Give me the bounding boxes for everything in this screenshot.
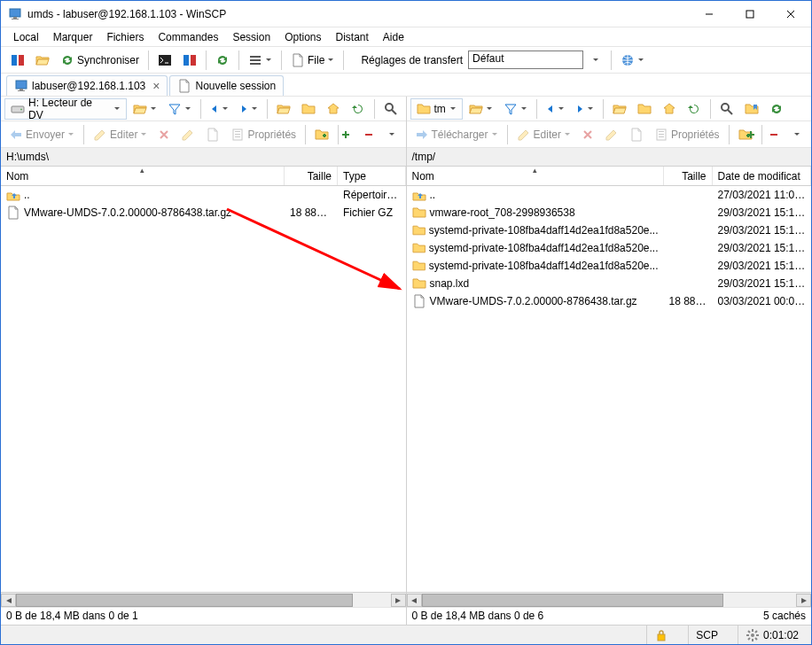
remote-open-folder[interactable] <box>465 98 497 120</box>
col-size[interactable]: Taille <box>664 167 713 185</box>
local-columns: ▴Nom Taille Type <box>1 167 406 186</box>
local-unselectall[interactable] <box>358 124 379 145</box>
menu-session[interactable]: Session <box>225 29 277 45</box>
close-button[interactable] <box>770 1 811 27</box>
menu-commandes[interactable]: Commandes <box>151 29 225 45</box>
file-date: 29/03/2021 15:10:5 <box>713 260 812 272</box>
console-button[interactable] <box>153 50 176 71</box>
remote-forward[interactable] <box>571 98 598 120</box>
col-date[interactable]: Date de modificat <box>713 167 812 185</box>
remote-root[interactable] <box>633 98 656 120</box>
session-tab-close[interactable]: × <box>152 80 160 92</box>
settings-button[interactable] <box>616 50 649 71</box>
remote-refresh[interactable] <box>683 98 706 120</box>
remote-dir-selector[interactable]: tm <box>410 98 463 120</box>
file-row[interactable]: systemd-private-108fba4daff14d2ea1fd8a52… <box>407 257 812 275</box>
file-row[interactable]: VMware-UMDS-7.0.2.00000-8786438.tar.gz18… <box>1 204 406 221</box>
remote-back[interactable] <box>542 98 569 120</box>
file-size: 18 881 KB <box>664 295 713 307</box>
file-row[interactable]: VMware-UMDS-7.0.2.00000-8786438.tar.gz18… <box>407 292 812 310</box>
local-refresh[interactable] <box>347 98 370 120</box>
transfer-settings-label: Réglages de transfert <box>361 54 463 66</box>
remote-home[interactable] <box>658 98 681 120</box>
remote-unselectall[interactable] <box>763 124 785 145</box>
file-name: systemd-private-108fba4daff14d2ea1fd8a52… <box>429 224 659 237</box>
menu-options[interactable]: Options <box>277 29 328 45</box>
minimize-button[interactable] <box>689 1 730 27</box>
download-button[interactable]: Télécharger <box>410 124 503 145</box>
remote-rename-button[interactable] <box>600 124 623 145</box>
session-tab-new[interactable]: Nouvelle session <box>169 75 284 96</box>
local-open-folder[interactable] <box>129 98 161 120</box>
local-parent[interactable] <box>272 98 295 120</box>
local-selectall[interactable] <box>335 124 356 145</box>
remote-selectall[interactable] <box>740 124 761 145</box>
menu-distant[interactable]: Distant <box>328 29 375 45</box>
local-newfolder-button[interactable] <box>310 124 333 145</box>
remote-parent[interactable] <box>608 98 631 120</box>
col-type[interactable]: Type <box>338 167 406 185</box>
remote-more[interactable] <box>786 124 808 145</box>
local-copy-button[interactable] <box>201 124 224 145</box>
remote-file-list[interactable]: ..27/03/2021 11:09:2vmware-root_708-2998… <box>407 186 812 592</box>
remote-edit-button[interactable]: Editer <box>512 124 575 145</box>
toolbar-btn-a[interactable] <box>211 50 234 71</box>
queue-button[interactable] <box>244 50 277 71</box>
compare-button[interactable] <box>178 50 201 71</box>
transfer-settings-dropdown[interactable] <box>585 50 606 71</box>
remote-props-button[interactable]: Propriétés <box>650 124 724 145</box>
file-row[interactable]: vmware-root_708-299893653829/03/2021 15:… <box>407 204 812 221</box>
local-filter[interactable] <box>163 98 196 120</box>
remote-find[interactable] <box>715 98 738 120</box>
local-scrollbar[interactable]: ◂▸ <box>1 592 406 607</box>
up-icon <box>412 188 426 202</box>
local-root[interactable] <box>297 98 320 120</box>
col-name[interactable]: ▴Nom <box>407 167 664 185</box>
file-row[interactable]: ..27/03/2021 11:09:2 <box>407 186 812 204</box>
local-more[interactable] <box>381 124 402 145</box>
menu-fichiers[interactable]: Fichiers <box>99 29 151 45</box>
session-tab-label: labuser@192.168.1.103 <box>32 80 145 92</box>
local-back[interactable] <box>206 98 233 120</box>
remote-filter[interactable] <box>499 98 532 120</box>
folder-icon <box>412 241 426 255</box>
remote-sync[interactable] <box>765 98 788 120</box>
upload-button[interactable]: Envoyer <box>4 124 79 145</box>
local-file-list[interactable]: ..Répertoire parVMware-UMDS-7.0.2.00000-… <box>1 186 406 592</box>
remote-bookmark[interactable] <box>740 98 763 120</box>
toggle-panes-button[interactable] <box>6 50 29 71</box>
local-drive-selector[interactable]: H: Lecteur de DV <box>4 98 127 120</box>
caret-down-icon <box>637 57 644 64</box>
file-name: systemd-private-108fba4daff14d2ea1fd8a52… <box>429 260 659 272</box>
remote-delete-button[interactable] <box>577 124 598 145</box>
col-name[interactable]: ▴Nom <box>1 167 285 185</box>
sync-browse-button[interactable] <box>31 50 54 71</box>
session-tab-active[interactable]: labuser@192.168.1.103 × <box>6 75 168 96</box>
file-menu-button[interactable]: File <box>286 50 339 71</box>
local-delete-button[interactable] <box>153 124 175 145</box>
folder-icon <box>412 259 426 273</box>
remote-path: /tmp/ <box>407 148 812 167</box>
maximize-button[interactable] <box>730 1 770 27</box>
local-home[interactable] <box>322 98 345 120</box>
menu-aide[interactable]: Aide <box>376 29 411 45</box>
file-row[interactable]: systemd-private-108fba4daff14d2ea1fd8a52… <box>407 239 812 257</box>
col-size[interactable]: Taille <box>285 167 338 185</box>
menu-marquer[interactable]: Marquer <box>46 29 100 45</box>
local-forward[interactable] <box>235 98 262 120</box>
local-panel: H: Lecteur de DV Envoyer Editer Propriét… <box>1 97 407 625</box>
caret-down-icon <box>327 57 334 64</box>
file-row[interactable]: systemd-private-108fba4daff14d2ea1fd8a52… <box>407 221 812 239</box>
remote-copy-button[interactable] <box>625 124 648 145</box>
transfer-settings-combo[interactable]: Défaut <box>468 51 583 69</box>
local-props-button[interactable]: Propriétés <box>226 124 301 145</box>
synchronize-button[interactable]: Synchroniser <box>56 50 144 71</box>
local-find[interactable] <box>379 98 402 120</box>
local-rename-button[interactable] <box>176 124 199 145</box>
file-row[interactable]: snap.lxd29/03/2021 15:10:5 <box>407 275 812 292</box>
local-edit-button[interactable]: Editer <box>89 124 152 145</box>
menu-bar: Local Marquer Fichiers Commandes Session… <box>1 27 811 47</box>
remote-scrollbar[interactable]: ◂▸ <box>407 592 812 607</box>
menu-local[interactable]: Local <box>6 29 46 45</box>
file-row[interactable]: ..Répertoire par <box>1 186 406 204</box>
